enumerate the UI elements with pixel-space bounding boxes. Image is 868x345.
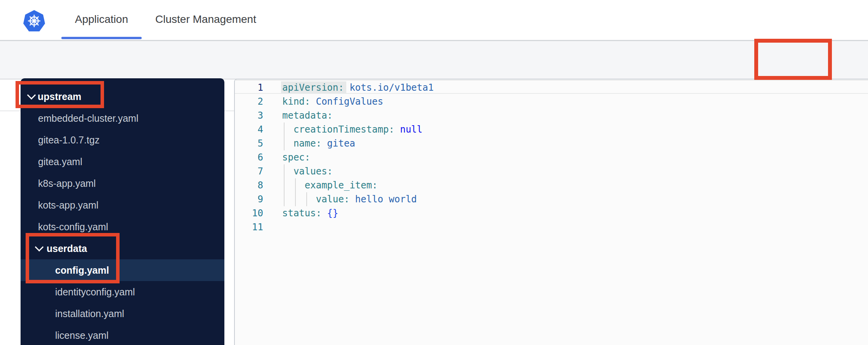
code-line-5: name: gitea — [282, 136, 355, 150]
ship-wheel-icon — [27, 14, 42, 28]
line-number: 3 — [235, 109, 263, 122]
tab-application[interactable]: Application — [61, 0, 142, 39]
tree-item-installation.yaml[interactable]: installation.yaml — [21, 303, 224, 324]
line-number: 1 — [235, 81, 263, 95]
code-line-10: status: {} — [282, 206, 339, 220]
line-number: 4 — [235, 122, 263, 136]
code-line-6: spec: — [282, 150, 310, 164]
line-number: 10 — [235, 206, 263, 220]
kubernetes-logo-icon[interactable] — [23, 10, 45, 32]
file-label: k8s-app.yaml — [38, 178, 96, 189]
file-label: config.yaml — [55, 265, 109, 276]
code-line-9: value: hello world — [282, 192, 417, 206]
code-line-7: values: — [282, 164, 333, 178]
active-tab-underline — [61, 37, 142, 39]
app-subnav: DashboardVersion historyConfigTroublesho… — [0, 41, 868, 79]
tree-item-kots-config.yaml[interactable]: kots-config.yaml — [21, 216, 224, 238]
file-tree-sidebar: upstreamembedded-cluster.yamlgitea-1.0.7… — [21, 78, 224, 345]
file-label: embedded-cluster.yaml — [38, 113, 138, 124]
line-number: 6 — [235, 150, 263, 164]
file-label: identityconfig.yaml — [55, 286, 135, 298]
kots-admin-console: Application Cluster Management Dashboard… — [0, 0, 868, 345]
file-label: gitea.yaml — [38, 156, 82, 167]
chevron-down-icon[interactable] — [27, 91, 36, 100]
line-number: 9 — [235, 192, 263, 206]
tree-item-gitea.yaml[interactable]: gitea.yaml — [21, 151, 224, 172]
tree-item-k8s-app.yaml[interactable]: k8s-app.yaml — [21, 172, 224, 194]
folder-label: userdata — [47, 243, 87, 254]
tab-application-label: Application — [75, 13, 128, 26]
code-line-8: example_item: — [282, 178, 378, 192]
file-label: kots-app.yaml — [38, 200, 99, 211]
code-line-4: creationTimestamp: null — [282, 122, 422, 136]
line-number: 8 — [235, 178, 263, 192]
code-line-1: apiVersion: kots.io/v1beta1 — [282, 81, 434, 95]
app-header: Application Cluster Management — [0, 0, 868, 41]
tree-item-config.yaml[interactable]: config.yaml — [21, 259, 224, 281]
file-label: installation.yaml — [55, 308, 124, 319]
code-line-3: metadata: — [282, 109, 333, 122]
line-number: 5 — [235, 136, 263, 150]
file-label: gitea-1.0.7.tgz — [38, 135, 99, 146]
file-label: license.yaml — [55, 330, 109, 341]
tree-item-embedded-cluster.yaml[interactable]: embedded-cluster.yaml — [21, 107, 224, 129]
tree-item-kots-app.yaml[interactable]: kots-app.yaml — [21, 194, 224, 216]
folder-label: upstream — [38, 91, 82, 102]
tree-item-userdata[interactable]: userdata — [21, 238, 224, 259]
tree-item-upstream[interactable]: upstream — [21, 86, 224, 107]
code-line-2: kind: ConfigValues — [282, 95, 383, 109]
tree-item-license.yaml[interactable]: license.yaml — [21, 324, 224, 345]
tab-cluster-management-label: Cluster Management — [155, 13, 256, 26]
chevron-down-icon[interactable] — [35, 243, 44, 252]
tree-item-gitea-1.0.7.tgz[interactable]: gitea-1.0.7.tgz — [21, 129, 224, 151]
line-number: 2 — [235, 95, 263, 109]
yaml-file-editor[interactable]: 1234567891011 apiVersion: kots.io/v1beta… — [234, 79, 868, 345]
tree-item-identityconfig.yaml[interactable]: identityconfig.yaml — [21, 281, 224, 303]
line-number: 7 — [235, 164, 263, 178]
tab-cluster-management[interactable]: Cluster Management — [149, 0, 262, 39]
line-number: 11 — [235, 220, 263, 234]
file-label: kots-config.yaml — [38, 221, 108, 233]
